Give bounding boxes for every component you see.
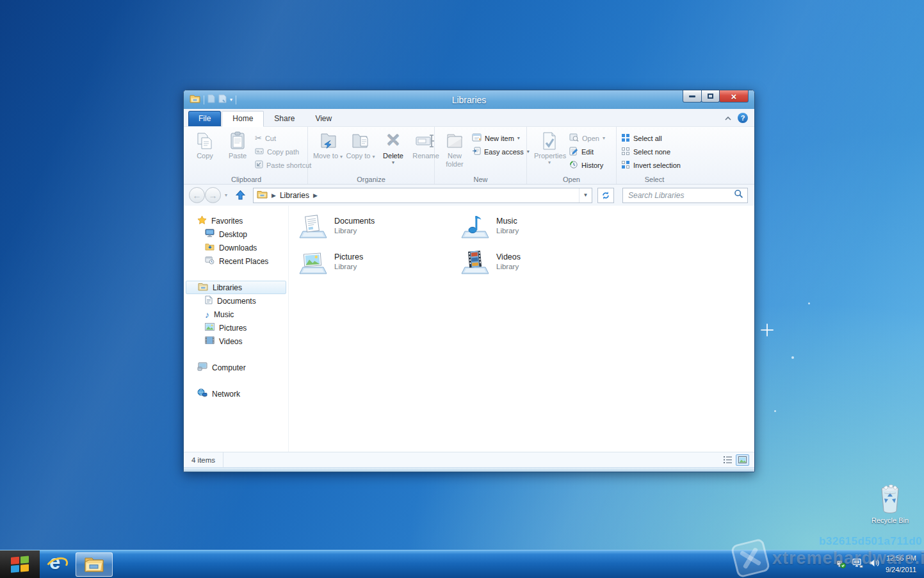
details-view-button[interactable]	[721, 454, 734, 466]
library-item-videos[interactable]: Videos Library	[460, 248, 622, 284]
paste-button[interactable]: Paste	[222, 129, 253, 174]
new-item-button[interactable]: New item ▾	[472, 132, 530, 144]
sidebar-item-desktop[interactable]: Desktop	[184, 227, 288, 241]
titlebar[interactable]: ▾ Libraries ×	[184, 90, 754, 109]
edit-button[interactable]: Edit	[569, 145, 605, 158]
invert-selection-icon	[621, 160, 630, 170]
tab-file[interactable]: File	[188, 111, 221, 126]
sidebar-item-pictures[interactable]: Pictures	[184, 321, 288, 334]
recycle-bin[interactable]: Recycle Bin	[870, 484, 911, 524]
ribbon: Copy Paste ✂ Cut Copy path	[184, 126, 754, 185]
internet-explorer-ring-icon	[44, 554, 70, 576]
qat-separator	[236, 95, 236, 104]
sidebar-item-videos[interactable]: Videos	[184, 334, 288, 348]
taskbar-explorer-button[interactable]	[76, 552, 113, 577]
breadcrumb-segment[interactable]: Libraries	[280, 191, 309, 200]
cut-button[interactable]: ✂ Cut	[255, 132, 311, 144]
close-button[interactable]: ×	[719, 90, 749, 103]
sidebar-item-network[interactable]: Network	[184, 387, 288, 400]
move-to-button[interactable]: Move to ▾	[312, 129, 343, 174]
address-breadcrumb[interactable]: ▶ Libraries ▶ ▼	[253, 188, 592, 203]
library-item-pictures[interactable]: Pictures Library	[298, 248, 460, 284]
qat-properties-icon[interactable]	[207, 94, 215, 106]
downloads-icon	[205, 242, 215, 253]
address-dropdown-caret-icon[interactable]: ▼	[579, 188, 592, 202]
taskbar-internet-explorer-button[interactable]: e	[40, 550, 74, 578]
easy-access-button[interactable]: Easy access ▾	[472, 145, 530, 158]
paste-shortcut-button[interactable]: Paste shortcut	[255, 159, 311, 171]
up-button[interactable]	[232, 188, 248, 203]
sidebar-item-libraries[interactable]: Libraries	[186, 281, 286, 294]
invert-selection-button[interactable]: Invert selection	[621, 159, 681, 171]
delete-caret-icon: ▾	[392, 160, 394, 165]
properties-button[interactable]: Properties ▾	[531, 129, 567, 174]
properties-caret-icon: ▾	[548, 160, 551, 165]
usb-device-tray-icon[interactable]	[835, 558, 846, 571]
sidebar-item-downloads[interactable]: Downloads	[184, 241, 288, 254]
select-none-button[interactable]: Select none	[621, 145, 681, 158]
sidebar-item-recent-places[interactable]: Recent Places	[184, 254, 288, 268]
large-icons-view-button[interactable]	[736, 454, 749, 466]
search-box[interactable]	[622, 188, 748, 203]
open-icon	[569, 133, 579, 143]
status-bar: 4 items	[184, 452, 754, 467]
open-caret-icon: ▾	[603, 136, 605, 141]
network-tray-icon[interactable]	[852, 558, 863, 570]
cut-icon: ✂	[255, 133, 262, 143]
breadcrumb-chevron-icon[interactable]: ▶	[313, 192, 318, 199]
copy-path-icon	[255, 147, 264, 156]
recycle-bin-icon	[878, 484, 902, 513]
taskbar: e 12:56 PM 9/24/2011	[0, 550, 924, 578]
refresh-button[interactable]	[597, 188, 614, 203]
copy-to-button[interactable]: Copy to ▾	[345, 129, 376, 174]
pictures-library-icon	[298, 248, 328, 280]
volume-tray-icon[interactable]	[869, 558, 880, 570]
desktop-icon	[205, 229, 215, 240]
select-all-button[interactable]: Select all	[621, 132, 681, 144]
videos-library-icon	[460, 248, 490, 280]
recent-locations-caret-icon[interactable]: ▾	[225, 192, 227, 198]
qat-separator	[204, 95, 204, 104]
move-to-icon	[318, 129, 337, 152]
new-folder-button[interactable]: New folder	[439, 129, 470, 174]
navigation-pane: Favorites Desktop Downloads Recent Place…	[184, 206, 289, 452]
back-button[interactable]: ←	[189, 187, 205, 203]
sidebar-item-favorites[interactable]: Favorites	[184, 214, 288, 227]
search-input[interactable]	[628, 191, 734, 200]
up-arrow-icon	[235, 190, 246, 201]
recycle-bin-label: Recycle Bin	[870, 516, 911, 524]
start-button[interactable]	[0, 550, 40, 578]
sidebar-item-music[interactable]: ♪ Music	[184, 308, 288, 321]
history-button[interactable]: History	[569, 159, 605, 171]
tab-share[interactable]: Share	[264, 111, 305, 126]
taskbar-clock[interactable]: 12:56 PM 9/24/2011	[886, 553, 916, 575]
search-icon[interactable]	[734, 189, 743, 201]
forward-button[interactable]: →	[205, 187, 221, 203]
help-icon[interactable]: ?	[738, 113, 748, 123]
window-title: Libraries	[184, 95, 754, 105]
explorer-app-icon[interactable]	[190, 94, 200, 106]
library-item-documents[interactable]: Documents Library	[298, 212, 460, 248]
music-note-icon: ♪	[205, 310, 209, 319]
library-item-music[interactable]: Music Library	[460, 212, 622, 248]
qat-new-folder-icon[interactable]	[218, 94, 227, 106]
minimize-button[interactable]	[683, 90, 702, 103]
paste-shortcut-icon	[255, 160, 263, 170]
copy-to-icon	[351, 129, 370, 152]
breadcrumb-chevron-icon[interactable]: ▶	[272, 192, 276, 199]
qat-customize-caret-icon[interactable]: ▾	[230, 97, 232, 103]
copy-icon	[197, 129, 213, 152]
minimize-ribbon-icon[interactable]	[724, 112, 732, 124]
delete-button[interactable]: ✕ Delete ▾	[378, 129, 409, 174]
documents-library-icon	[298, 212, 328, 244]
maximize-button[interactable]	[701, 90, 720, 103]
copy-path-button[interactable]: Copy path	[255, 145, 311, 158]
sidebar-item-computer[interactable]: Computer	[184, 361, 288, 374]
open-button[interactable]: Open ▾	[569, 132, 605, 144]
copy-to-caret-icon: ▾	[372, 154, 375, 160]
tab-home[interactable]: Home	[222, 111, 264, 127]
sidebar-item-documents[interactable]: Documents	[184, 294, 288, 308]
tab-view[interactable]: View	[305, 111, 342, 126]
file-explorer-icon	[84, 556, 104, 573]
copy-button[interactable]: Copy	[190, 129, 220, 174]
